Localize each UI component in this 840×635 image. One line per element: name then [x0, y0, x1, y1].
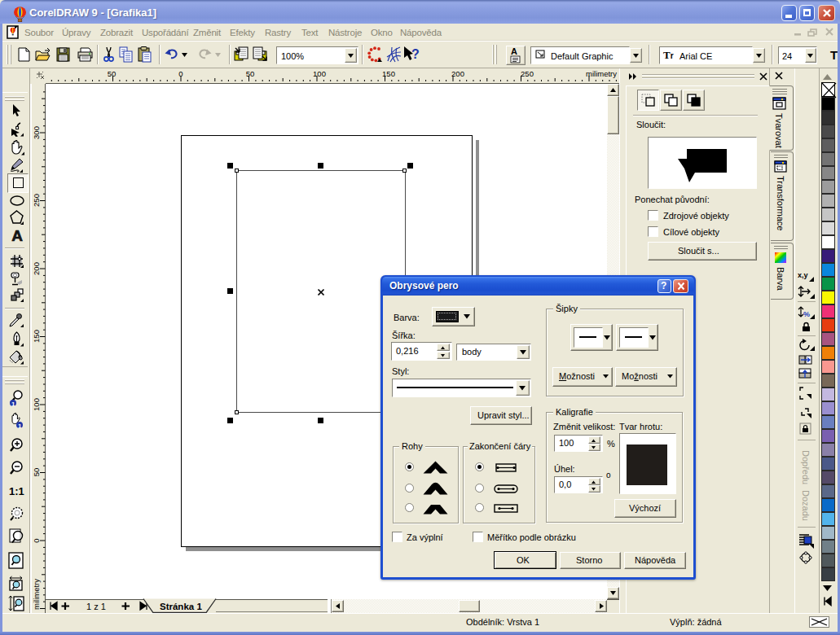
svg-text:50: 50	[108, 69, 117, 78]
svg-text:1: 1	[18, 423, 22, 430]
svg-text:0: 0	[178, 69, 183, 78]
svg-text:1: 1	[11, 401, 15, 408]
svg-text:A: A	[11, 227, 23, 244]
svg-text:200: 200	[32, 262, 41, 275]
svg-text:200: 200	[451, 69, 464, 78]
svg-text:50: 50	[246, 69, 255, 78]
svg-text:milimetry: milimetry	[32, 579, 41, 610]
svg-text:250: 250	[32, 194, 41, 207]
svg-text:%: %	[803, 310, 810, 318]
svg-text:50: 50	[32, 468, 41, 477]
svg-text:100: 100	[32, 398, 41, 411]
svg-text:milimetry: milimetry	[586, 69, 617, 78]
svg-text:250: 250	[521, 69, 534, 78]
svg-text:100: 100	[313, 69, 326, 78]
svg-text:0: 0	[32, 538, 41, 542]
svg-text:?: ?	[411, 47, 420, 61]
svg-text:300: 300	[32, 126, 41, 139]
svg-text:150: 150	[382, 69, 395, 78]
svg-text:150: 150	[32, 330, 41, 343]
